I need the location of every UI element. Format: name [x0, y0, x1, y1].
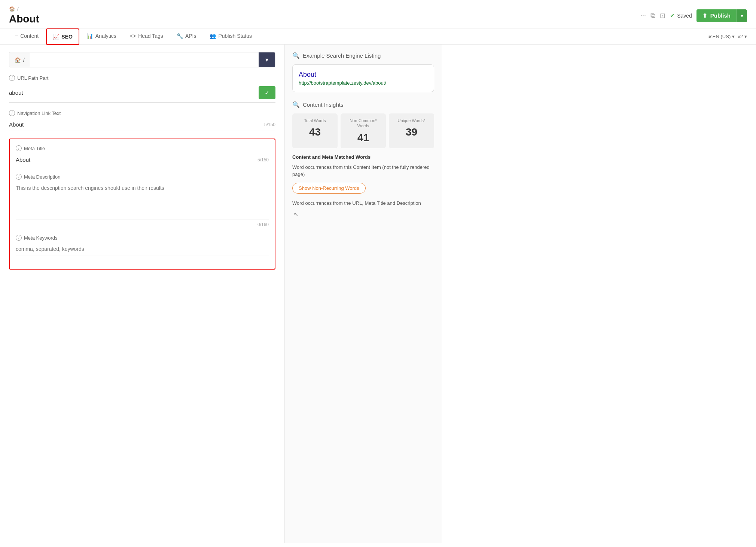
url-prefix-separator: / [23, 57, 25, 63]
header-right: ··· ⧉ ⊡ ✔ Saved ⬆ Publish ▾ [640, 9, 747, 22]
header-actions: ··· ⧉ ⊡ [640, 12, 665, 20]
seo-tab-label: SEO [61, 34, 73, 40]
meta-keywords-label: i Meta Keywords [16, 235, 269, 241]
stat-unique-words: Unique Words* 39 [389, 113, 434, 148]
total-words-label: Total Words [297, 118, 333, 123]
unique-words-label: Unique Words* [393, 118, 430, 123]
non-common-words-value: 41 [345, 132, 381, 144]
url-path-info-icon[interactable]: i [9, 75, 15, 81]
tab-content[interactable]: ≡ Content [9, 28, 45, 44]
url-path-confirm-button[interactable]: ✓ [259, 86, 275, 99]
url-home-icon: 🏠 [15, 57, 21, 63]
url-occurrences-label: Word occurrences from the URL, Meta Titl… [292, 200, 434, 207]
version-selector[interactable]: v2 ▾ [738, 34, 747, 39]
tab-seo[interactable]: 📈 SEO [46, 28, 79, 45]
tab-head-tags[interactable]: <> Head Tags [124, 28, 169, 44]
locale-label: usEN (US) [707, 34, 731, 39]
version-label: v2 [738, 34, 743, 39]
meta-title-counter: 5/150 [257, 157, 269, 162]
publish-group: ⬆ Publish ▾ [696, 9, 747, 22]
show-non-recurring-words-button[interactable]: Show Non-Recurring Words [292, 183, 366, 194]
publish-status-tab-icon: 👥 [210, 33, 216, 39]
meta-title-info-icon[interactable]: i [16, 145, 22, 151]
content-insights-header: 🔍 Content Insights [292, 101, 434, 108]
listing-title: About [299, 71, 428, 79]
url-dropdown-arrow-icon: ▾ [265, 57, 268, 63]
confirm-check-icon: ✓ [265, 89, 269, 96]
search-listing-header: 🔍 Example Search Engine Listing [292, 52, 434, 59]
publish-status-tab-label: Publish Status [218, 33, 252, 39]
stat-non-common-words: Non-Common* Words 41 [341, 113, 386, 148]
search-listing-label: Example Search Engine Listing [303, 52, 381, 59]
content-insights-label: Content Insights [303, 101, 343, 108]
publish-upload-icon: ⬆ [702, 12, 707, 19]
total-words-value: 43 [297, 126, 333, 138]
breadcrumb-separator: / [17, 6, 19, 12]
cursor-icon: ↖ [294, 211, 298, 217]
meta-keywords-label-text: Meta Keywords [24, 235, 58, 241]
meta-description-info-icon[interactable]: i [16, 174, 22, 180]
right-panel: 🔍 Example Search Engine Listing About ht… [284, 45, 442, 543]
version-chevron-icon: ▾ [744, 34, 747, 39]
meta-title-field-group: i Meta Title About 5/150 [16, 145, 269, 166]
content-insights-icon: 🔍 [292, 101, 300, 108]
copy-icon[interactable]: ⧉ [650, 12, 655, 19]
stat-total-words: Total Words 43 [292, 113, 338, 148]
meta-description-field-group: i Meta Description 0/160 [16, 174, 269, 227]
unique-words-value: 39 [393, 126, 430, 138]
page-title: About [9, 13, 39, 25]
meta-description-counter: 0/160 [16, 222, 269, 227]
apis-tab-label: APIs [185, 33, 196, 39]
tab-analytics[interactable]: 📊 Analytics [81, 28, 122, 44]
meta-title-label: i Meta Title [16, 145, 269, 151]
header: 🏠 / About ··· ⧉ ⊡ ✔ Saved ⬆ Publish ▾ [0, 0, 756, 28]
tab-publish-status[interactable]: 👥 Publish Status [204, 28, 258, 44]
url-path-label: i URL Path Part [9, 75, 275, 81]
url-path-label-text: URL Path Part [17, 75, 48, 81]
locale-chevron-icon: ▾ [732, 34, 735, 39]
search-listing-card: About http://bootstraptemplate.zesty.dev… [292, 64, 434, 92]
breadcrumb: 🏠 / [9, 6, 39, 12]
publish-button[interactable]: ⬆ Publish [696, 9, 737, 22]
content-tab-icon: ≡ [15, 33, 18, 39]
meta-keywords-info-icon[interactable]: i [16, 235, 22, 241]
nav-link-counter: 5/150 [264, 122, 275, 127]
content-tab-label: Content [20, 33, 39, 39]
meta-description-label-text: Meta Description [24, 174, 61, 180]
nav-link-value-row: About 5/150 [9, 118, 275, 131]
apis-tab-icon: 🔧 [177, 33, 183, 39]
content-insights-section: 🔍 Content Insights Total Words 43 Non-Co… [292, 101, 434, 217]
locale-selector[interactable]: usEN (US) ▾ [707, 34, 735, 39]
left-panel: 🏠 / ▾ i URL Path Part about ✓ [0, 45, 284, 543]
url-path-value: about [9, 89, 23, 96]
saved-check-icon: ✔ [670, 12, 675, 19]
meta-description-input[interactable] [16, 182, 269, 219]
tabs-right: usEN (US) ▾ v2 ▾ [707, 34, 747, 39]
saved-label: Saved [677, 13, 692, 19]
header-left: 🏠 / About [9, 6, 39, 25]
publish-dropdown-button[interactable]: ▾ [737, 9, 747, 22]
occurrences-label: Word occurrences from this Content Item … [292, 164, 434, 178]
url-row: 🏠 / ▾ [9, 52, 275, 67]
analytics-tab-icon: 📊 [87, 33, 93, 39]
publish-label: Publish [710, 12, 731, 19]
nav-link-field-group: i Navigation Link Text About 5/150 [9, 110, 275, 131]
nav-link-info-icon[interactable]: i [9, 110, 15, 116]
head-tags-tab-icon: <> [130, 33, 136, 39]
tab-apis[interactable]: 🔧 APIs [171, 28, 202, 44]
matched-words-label: Content and Meta Matched Words [292, 154, 434, 160]
preview-icon[interactable]: ⊡ [660, 12, 665, 20]
listing-url: http://bootstraptemplate.zesty.dev/about… [299, 80, 428, 86]
more-options-icon[interactable]: ··· [640, 12, 646, 19]
show-words-btn-label: Show Non-Recurring Words [299, 185, 359, 191]
tabs-left: ≡ Content 📈 SEO 📊 Analytics <> Head Tags… [9, 28, 258, 44]
main-content: 🏠 / ▾ i URL Path Part about ✓ [0, 45, 756, 543]
analytics-tab-label: Analytics [95, 33, 116, 39]
non-common-words-label: Non-Common* Words [345, 118, 381, 129]
meta-keywords-input[interactable] [16, 243, 269, 255]
url-path-field-group: i URL Path Part about ✓ [9, 75, 275, 103]
head-tags-tab-label: Head Tags [138, 33, 163, 39]
home-icon[interactable]: 🏠 [9, 6, 15, 12]
url-dropdown-button[interactable]: ▾ [259, 52, 275, 67]
red-section: i Meta Title About 5/150 i Meta Descript… [9, 139, 275, 270]
